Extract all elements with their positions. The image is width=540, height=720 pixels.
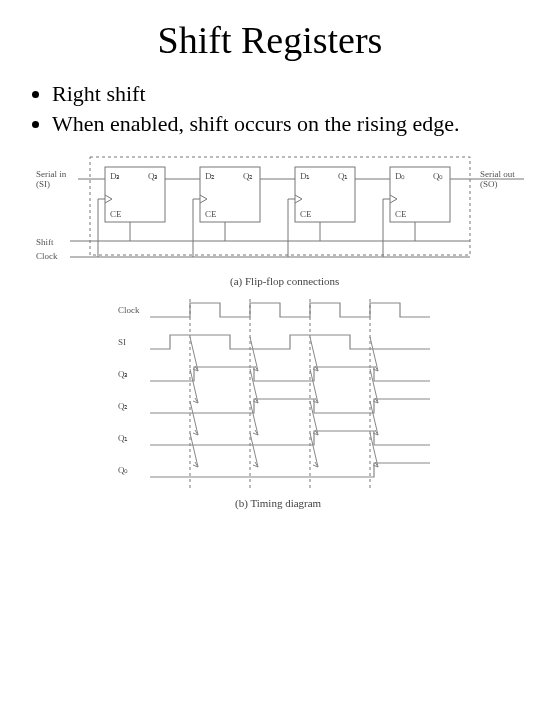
ff-3: D₃ Q₃ CE — [98, 167, 200, 257]
svg-text:D₃: D₃ — [110, 171, 121, 181]
ff-2: D₂ Q₂ CE — [193, 167, 295, 257]
svg-text:Q₂: Q₂ — [243, 171, 254, 181]
label-clock: Clock — [36, 251, 58, 261]
svg-text:Q₃: Q₃ — [148, 171, 159, 181]
figure-b: Clock SI Q₃ Q₂ Q₁ — [90, 289, 470, 514]
svg-text:CE: CE — [205, 209, 217, 219]
label-clock-row: Clock — [118, 305, 140, 315]
bullet-list: Right shift When enabled, shift occurs o… — [30, 80, 510, 137]
svg-text:D₁: D₁ — [300, 171, 311, 181]
label-shift: Shift — [36, 237, 54, 247]
svg-line-42 — [310, 337, 318, 371]
bullet-1: Right shift — [52, 80, 510, 108]
caption-a: (a) Flip-flop connections — [230, 275, 339, 288]
svg-line-48 — [190, 401, 198, 435]
caption-b: (b) Timing diagram — [235, 497, 322, 510]
label-q0-row: Q₀ — [118, 465, 129, 475]
svg-text:D₀: D₀ — [395, 171, 406, 181]
svg-line-43 — [370, 337, 378, 371]
label-serial-in: Serial in(SI) — [36, 169, 67, 189]
svg-line-52 — [190, 433, 198, 467]
svg-text:CE: CE — [395, 209, 407, 219]
svg-text:CE: CE — [110, 209, 122, 219]
svg-text:Q₀: Q₀ — [433, 171, 444, 181]
svg-line-41 — [250, 337, 258, 371]
label-q3-row: Q₃ — [118, 369, 129, 379]
label-q2-row: Q₂ — [118, 401, 129, 411]
ff-1: D₁ Q₁ CE — [288, 167, 390, 257]
svg-text:CE: CE — [300, 209, 312, 219]
label-si-row: SI — [118, 337, 126, 347]
bullet-2: When enabled, shift occurs on the rising… — [52, 110, 510, 138]
svg-line-53 — [250, 433, 258, 467]
svg-text:D₂: D₂ — [205, 171, 216, 181]
figure-a: Serial in(SI) Serial out(SO) Shift Clock… — [30, 149, 530, 289]
svg-text:Q₁: Q₁ — [338, 171, 349, 181]
svg-line-40 — [190, 337, 198, 371]
label-q1-row: Q₁ — [118, 433, 129, 443]
page-title: Shift Registers — [30, 18, 510, 62]
ff-0: D₀ Q₀ CE — [383, 167, 524, 257]
